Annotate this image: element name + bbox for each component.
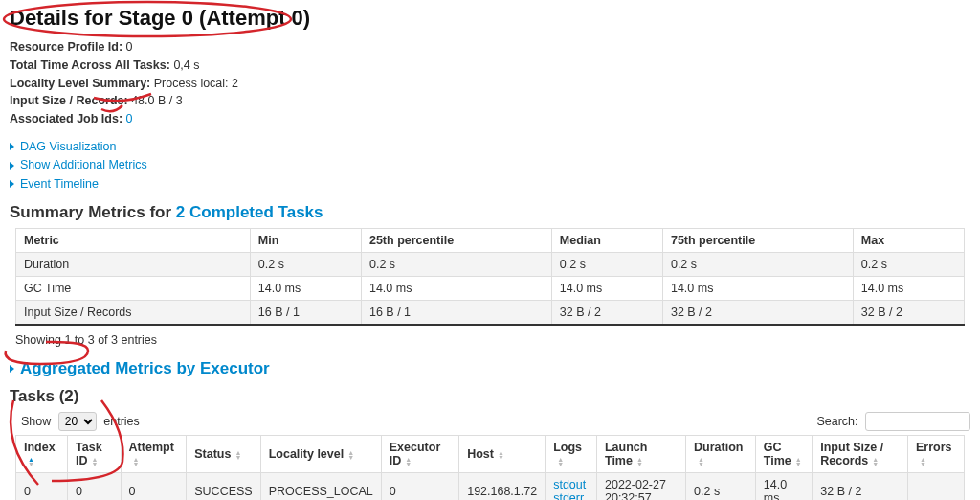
search-input[interactable] xyxy=(865,412,970,431)
caret-right-icon xyxy=(10,162,14,170)
detail-input-size: Input Size / Records: 48.0 B / 3 xyxy=(10,92,970,110)
stdout-link[interactable]: stdout xyxy=(553,478,589,491)
table-row: Duration0.2 s0.2 s0.2 s0.2 s0.2 s xyxy=(16,252,965,276)
column-header[interactable]: Executor ID▲▼ xyxy=(381,436,458,473)
column-header[interactable]: Input Size / Records▲▼ xyxy=(813,436,908,473)
table-row: Input Size / Records16 B / 116 B / 132 B… xyxy=(16,300,965,325)
tasks-table: Index▲▼Task ID▲▼Attempt▲▼Status▲▼Localit… xyxy=(15,435,965,500)
summary-header: Min xyxy=(250,228,361,252)
summary-header: 75th percentile xyxy=(662,228,853,252)
column-header[interactable]: Logs▲▼ xyxy=(546,436,597,473)
column-header[interactable]: Launch Time▲▼ xyxy=(596,436,685,473)
sort-arrows-icon: ▲▼ xyxy=(28,457,34,466)
associated-job-link[interactable]: 0 xyxy=(126,112,133,125)
column-header[interactable]: Attempt▲▼ xyxy=(121,436,187,473)
tasks-heading: Tasks (2) xyxy=(10,387,970,406)
detail-associated-jobs: Associated Job Ids: 0 xyxy=(10,110,970,128)
column-header[interactable]: Locality level▲▼ xyxy=(260,436,381,473)
summary-metrics-heading: Summary Metrics for 2 Completed Tasks xyxy=(10,203,970,222)
detail-locality: Locality Level Summary: Process local: 2 xyxy=(10,75,970,93)
caret-right-icon xyxy=(10,365,14,373)
column-header[interactable]: Index▲▼ xyxy=(16,436,68,473)
dag-visualization-toggle[interactable]: DAG Visualization xyxy=(10,138,970,156)
summary-header: 25th percentile xyxy=(361,228,551,252)
column-header[interactable]: GC Time▲▼ xyxy=(755,436,812,473)
sort-arrows-icon: ▲▼ xyxy=(795,457,802,466)
sort-arrows-icon: ▲▼ xyxy=(636,457,643,466)
column-header[interactable]: Status▲▼ xyxy=(187,436,260,473)
table-row: 000SUCCESSPROCESS_LOCAL0192.168.1.72stdo… xyxy=(16,473,965,500)
show-entries-control: Show 20 entries xyxy=(21,412,140,431)
caret-right-icon xyxy=(10,180,14,188)
column-header[interactable]: Errors▲▼ xyxy=(907,436,964,473)
sort-arrows-icon: ▲▼ xyxy=(347,450,354,460)
sort-arrows-icon: ▲▼ xyxy=(698,457,704,466)
summary-header: Median xyxy=(551,228,662,252)
search-control: Search: xyxy=(816,412,970,431)
column-header[interactable]: Duration▲▼ xyxy=(686,436,756,473)
detail-list: Resource Profile Id: 0 Total Time Across… xyxy=(10,38,970,128)
summary-header: Max xyxy=(853,228,964,252)
aggregated-metrics-toggle[interactable]: Aggregated Metrics by Executor xyxy=(10,356,970,381)
sort-arrows-icon: ▲▼ xyxy=(405,457,412,466)
sort-arrows-icon: ▲▼ xyxy=(920,457,926,466)
sort-arrows-icon: ▲▼ xyxy=(92,457,99,466)
page-length-select[interactable]: 20 xyxy=(58,412,97,431)
page-title: Details for Stage 0 (Attempt 0) xyxy=(10,6,970,31)
detail-total-time: Total Time Across All Tasks: 0,4 s xyxy=(10,57,970,75)
column-header[interactable]: Host▲▼ xyxy=(459,436,546,473)
sort-arrows-icon: ▲▼ xyxy=(234,450,241,460)
event-timeline-toggle[interactable]: Event Timeline xyxy=(10,175,970,193)
sort-arrows-icon: ▲▼ xyxy=(498,450,504,460)
detail-resource-profile: Resource Profile Id: 0 xyxy=(10,38,970,57)
stderr-link[interactable]: stderr xyxy=(553,491,589,500)
entries-info: Showing 1 to 3 of 3 entries xyxy=(15,333,965,347)
sort-arrows-icon: ▲▼ xyxy=(133,457,140,466)
sort-arrows-icon: ▲▼ xyxy=(557,457,564,466)
table-row: GC Time14.0 ms14.0 ms14.0 ms14.0 ms14.0 … xyxy=(16,276,965,300)
sort-arrows-icon: ▲▼ xyxy=(872,457,879,466)
summary-metrics-table: MetricMin25th percentileMedian75th perce… xyxy=(15,228,965,326)
completed-tasks-link[interactable]: 2 Completed Tasks xyxy=(176,203,323,221)
summary-header: Metric xyxy=(16,228,251,252)
caret-right-icon xyxy=(10,143,14,150)
additional-metrics-toggle[interactable]: Show Additional Metrics xyxy=(10,156,970,174)
column-header[interactable]: Task ID▲▼ xyxy=(68,436,122,473)
